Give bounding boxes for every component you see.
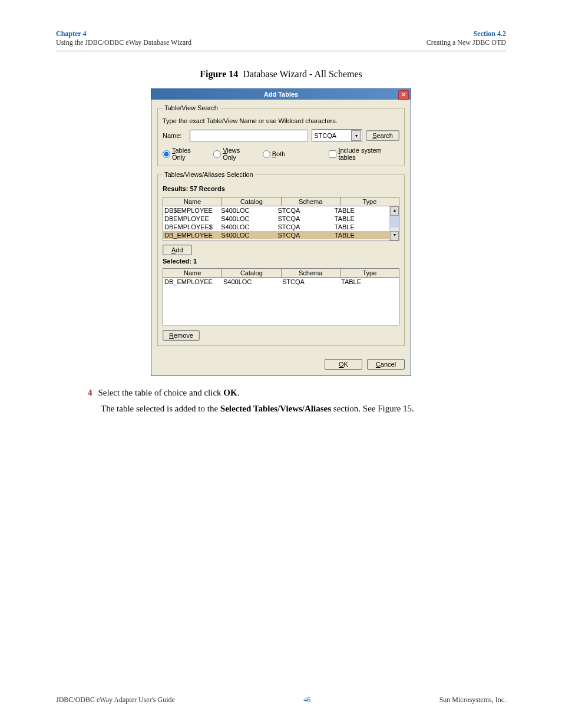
step-number: 4 bbox=[88, 388, 92, 397]
footer-left: JDBC/ODBC eWay Adapter User's Guide bbox=[56, 696, 175, 704]
header-divider bbox=[56, 51, 506, 51]
body-paragraph: The table selected is added to the Selec… bbox=[101, 403, 506, 414]
sel-col-schema[interactable]: Schema bbox=[281, 269, 340, 278]
page-footer: JDBC/ODBC eWay Adapter User's Guide 46 S… bbox=[56, 696, 506, 704]
views-only-radio-input[interactable] bbox=[213, 150, 221, 158]
selected-count-label: Selected: 1 bbox=[163, 258, 399, 265]
close-icon[interactable]: ✕ bbox=[398, 90, 409, 100]
scroll-up-icon[interactable]: ▴ bbox=[390, 206, 399, 216]
results-count-label: Results: 57 Records bbox=[163, 185, 399, 192]
chapter-subtitle: Using the JDBC/ODBC eWay Database Wizard bbox=[56, 38, 191, 47]
selected-table-header: Name Catalog Schema Type bbox=[163, 268, 399, 278]
ok-button[interactable]: OK bbox=[325, 359, 362, 370]
search-instruction: Type the exact Table/View Name or use Wi… bbox=[163, 117, 399, 124]
schema-value: STCQA bbox=[314, 132, 336, 139]
figure-title: Database Wizard - All Schemes bbox=[243, 69, 362, 79]
search-fieldset: Table/View Search Type the exact Table/V… bbox=[157, 104, 405, 166]
table-row[interactable]: DBEMPLOYEE$S400LOCSTCQATABLE bbox=[163, 223, 390, 231]
results-table-body: DB$EMPLOYEES400LOCSTCQATABLE DBEMPLOYEES… bbox=[163, 206, 399, 241]
sel-col-name[interactable]: Name bbox=[163, 269, 222, 278]
section-label: Section 4.2 bbox=[427, 29, 506, 38]
figure-label: Figure 14 bbox=[200, 69, 238, 79]
col-type[interactable]: Type bbox=[340, 197, 399, 206]
both-radio[interactable]: Both bbox=[263, 150, 286, 158]
selection-fieldset: Tables/Views/Aliases Selection Results: … bbox=[157, 171, 405, 346]
col-schema[interactable]: Schema bbox=[281, 197, 340, 206]
search-legend: Table/View Search bbox=[163, 104, 220, 111]
table-row[interactable]: DB$EMPLOYEES400LOCSTCQATABLE bbox=[163, 206, 390, 215]
chevron-down-icon[interactable]: ▾ bbox=[351, 130, 361, 141]
table-row[interactable]: DEPTS400LOCSTCQATABLE bbox=[163, 239, 390, 241]
name-label: Name: bbox=[163, 132, 186, 139]
include-system-checkbox-input[interactable] bbox=[329, 150, 336, 158]
chapter-label: Chapter 4 bbox=[56, 29, 191, 38]
tables-only-radio-input[interactable] bbox=[163, 150, 170, 158]
table-row[interactable]: DB_EMPLOYEES400LOCSTCQATABLE bbox=[163, 278, 399, 286]
schema-dropdown[interactable]: STCQA ▾ bbox=[312, 129, 362, 142]
name-input[interactable] bbox=[190, 130, 308, 141]
footer-page-number: 46 bbox=[303, 696, 310, 704]
cancel-button[interactable]: Cancel bbox=[367, 359, 405, 370]
add-tables-dialog: Add Tables ✕ Table/View Search Type the … bbox=[151, 88, 411, 376]
sel-col-catalog[interactable]: Catalog bbox=[222, 269, 281, 278]
table-row-selected[interactable]: DB_EMPLOYEES400LOCSTCQATABLE bbox=[163, 231, 390, 239]
dialog-titlebar: Add Tables ✕ bbox=[151, 89, 411, 100]
page-header: Chapter 4 Using the JDBC/ODBC eWay Datab… bbox=[56, 29, 506, 50]
selection-legend: Tables/Views/Aliases Selection bbox=[163, 171, 255, 178]
dialog-title: Add Tables bbox=[264, 91, 298, 98]
search-button[interactable]: Search bbox=[366, 130, 399, 141]
include-system-checkbox[interactable]: Include system tables bbox=[329, 147, 399, 161]
selected-table-body: DB_EMPLOYEES400LOCSTCQATABLE bbox=[163, 278, 399, 325]
views-only-radio[interactable]: Views Only bbox=[213, 147, 254, 161]
col-name[interactable]: Name bbox=[163, 197, 222, 206]
sel-col-type[interactable]: Type bbox=[340, 269, 399, 278]
results-scrollbar[interactable]: ▴ ▾ bbox=[389, 206, 399, 241]
results-table-header: Name Catalog Schema Type bbox=[163, 197, 399, 206]
tables-only-radio[interactable]: Tables Only bbox=[163, 147, 205, 161]
scroll-down-icon[interactable]: ▾ bbox=[390, 231, 399, 241]
remove-button[interactable]: Remove bbox=[163, 330, 200, 341]
section-subtitle: Creating a New JDBC OTD bbox=[427, 38, 506, 47]
scroll-thumb[interactable] bbox=[390, 216, 399, 228]
table-row[interactable]: DBEMPLOYEES400LOCSTCQATABLE bbox=[163, 215, 390, 223]
col-catalog[interactable]: Catalog bbox=[222, 197, 281, 206]
both-radio-input[interactable] bbox=[263, 150, 270, 158]
add-button[interactable]: Add bbox=[163, 245, 192, 255]
step-4: 4Select the table of choice and click OK… bbox=[56, 388, 506, 398]
figure-caption: Figure 14 Database Wizard - All Schemes bbox=[56, 69, 506, 80]
footer-right: Sun Microsystems, Inc. bbox=[439, 696, 506, 704]
